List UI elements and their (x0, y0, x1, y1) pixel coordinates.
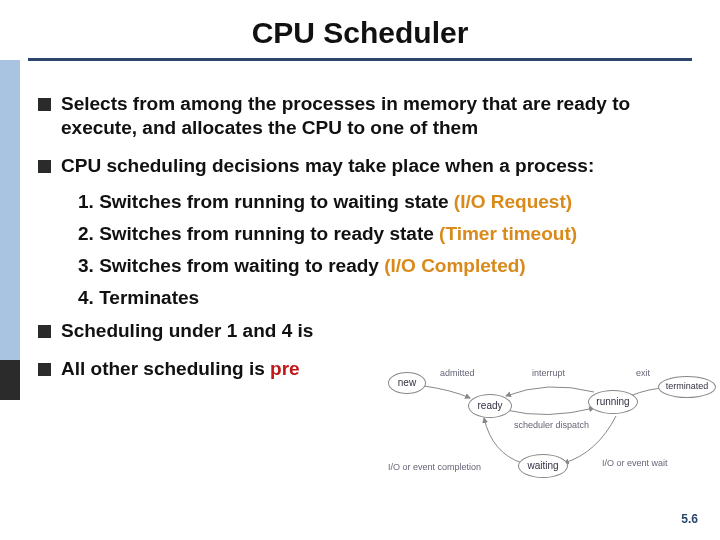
state-label: terminated (666, 382, 709, 391)
item-number: 2. (78, 223, 94, 244)
state-new: new (388, 372, 426, 394)
square-bullet-icon (38, 363, 51, 376)
bullet-item: Scheduling under 1 and 4 is (38, 319, 702, 343)
square-bullet-icon (38, 160, 51, 173)
edge-label-exit: exit (636, 368, 650, 378)
bullet-item: CPU scheduling decisions may take place … (38, 154, 702, 178)
edge-label-interrupt: interrupt (532, 368, 565, 378)
item-highlight: (I/O Request) (454, 191, 572, 212)
state-running: running (588, 390, 638, 414)
item-number: 3. (78, 255, 94, 276)
item-highlight: (Timer timeout) (439, 223, 577, 244)
state-label: ready (477, 401, 502, 412)
item-text: Terminates (94, 287, 199, 308)
side-accent-blue (0, 60, 20, 360)
state-waiting: waiting (518, 454, 568, 478)
bullet-text: CPU scheduling decisions may take place … (61, 154, 594, 178)
state-label: running (596, 397, 629, 408)
slide-title: CPU Scheduler (0, 0, 720, 58)
edge-label-dispatch: scheduler dispatch (514, 420, 589, 430)
side-accent-dark (0, 360, 20, 400)
state-ready: ready (468, 394, 512, 418)
process-state-diagram: new ready running terminated waiting adm… (382, 358, 702, 488)
bullet-text-plain: All other scheduling is (61, 358, 270, 379)
item-number: 4. (78, 287, 94, 308)
edge-label-admitted: admitted (440, 368, 475, 378)
item-highlight: (I/O Completed) (384, 255, 525, 276)
item-text: Switches from waiting to ready (94, 255, 384, 276)
square-bullet-icon (38, 98, 51, 111)
item-text: Switches from running to waiting state (94, 191, 454, 212)
state-label: new (398, 378, 416, 389)
state-terminated: terminated (658, 376, 716, 398)
list-item: 3. Switches from waiting to ready (I/O C… (78, 255, 702, 277)
numbered-list: 1. Switches from running to waiting stat… (78, 191, 702, 309)
item-text: Switches from running to ready state (94, 223, 439, 244)
bullet-text: Scheduling under 1 and 4 is (61, 319, 313, 343)
state-label: waiting (527, 461, 558, 472)
bullet-text: Selects from among the processes in memo… (61, 92, 702, 140)
title-rule (28, 58, 692, 61)
list-item: 2. Switches from running to ready state … (78, 223, 702, 245)
page-number: 5.6 (681, 512, 698, 526)
bullet-text-highlight: pre (270, 358, 300, 379)
edge-label-io-done: I/O or event completion (388, 462, 481, 472)
bullet-text: All other scheduling is pre (61, 357, 300, 381)
list-item: 1. Switches from running to waiting stat… (78, 191, 702, 213)
edge-label-io-wait: I/O or event wait (602, 458, 668, 468)
list-item: 4. Terminates (78, 287, 702, 309)
item-number: 1. (78, 191, 94, 212)
square-bullet-icon (38, 325, 51, 338)
bullet-item: Selects from among the processes in memo… (38, 92, 702, 140)
slide-content: Selects from among the processes in memo… (30, 80, 702, 395)
